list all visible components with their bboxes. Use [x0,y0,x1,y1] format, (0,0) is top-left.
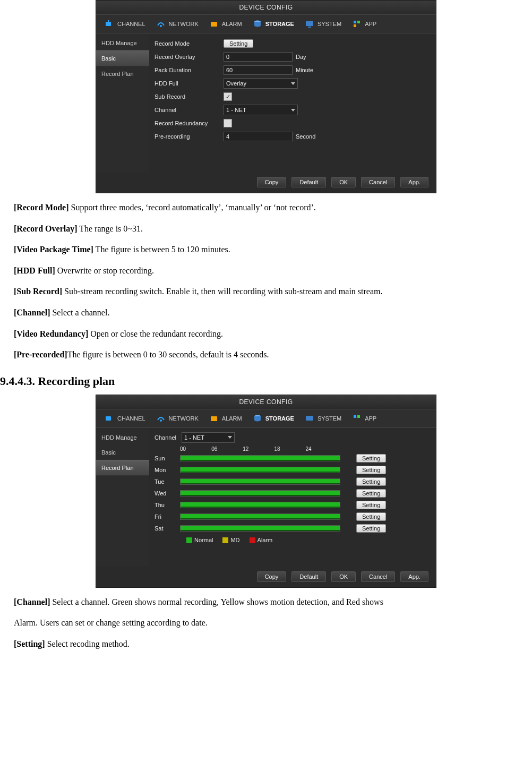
default-button[interactable]: Default [291,177,326,187]
top-tabs: CHANNEL NETWORK ALARM STORAGE SYSTEM [96,409,436,428]
pre-recording-input[interactable] [224,132,293,141]
record-overlay-label: Record Overlay [155,54,224,60]
sidebar-item-record-plan[interactable]: Record Plan [96,66,149,81]
svg-point-6 [254,24,261,27]
tab-storage[interactable]: STORAGE [247,15,299,33]
record-mode-setting-button[interactable]: Setting [224,39,253,48]
tab-network[interactable]: NETWORK [151,409,204,427]
day-row-tue: Tue Setting [155,476,431,487]
alarm-icon [209,414,219,423]
sub-record-checkbox[interactable] [224,92,232,101]
plan-channel-label: Channel [155,434,176,441]
tab-app[interactable]: APP [347,409,382,427]
day-setting-button[interactable]: Setting [356,466,386,474]
pre-recording-label: Pre-recording [155,133,224,140]
day-row-fri: Fri Setting [155,511,431,522]
record-overlay-input[interactable] [224,52,293,62]
day-setting-button[interactable]: Setting [356,524,386,533]
chevron-down-icon [291,82,295,85]
record-redundancy-label: Record Redundancy [155,120,224,126]
svg-point-17 [254,418,261,421]
day-bar[interactable] [180,490,340,496]
channel-select[interactable]: 1 - NET [224,105,298,115]
day-setting-button[interactable]: Setting [356,477,386,486]
legend-swatch-normal [186,537,192,543]
day-bar[interactable] [180,513,340,520]
copy-button[interactable]: Copy [257,177,287,187]
tab-system[interactable]: SYSTEM [299,409,347,427]
svg-rect-20 [357,415,360,418]
ok-button[interactable]: OK [331,571,356,582]
tab-alarm[interactable]: ALARM [204,15,247,33]
app-button[interactable]: App. [400,177,428,187]
tab-system[interactable]: SYSTEM [299,15,347,33]
tab-label: NETWORK [169,415,199,422]
day-row-mon: Mon Setting [155,465,431,475]
section-heading: 9.4.4.3. Recording plan [0,374,532,388]
day-setting-button[interactable]: Setting [356,512,386,521]
day-setting-button[interactable]: Setting [356,489,386,498]
system-icon [305,414,314,423]
doc-paragraph: [Pre-recorded]The figure is between 0 to… [14,348,518,362]
day-setting-button[interactable]: Setting [356,501,386,509]
tab-channel[interactable]: CHANNEL [99,409,151,427]
hdd-full-select[interactable]: Overlay [224,78,298,89]
storage-icon [253,19,262,29]
sidebar-item-basic[interactable]: Basic [96,445,149,460]
pack-duration-input[interactable] [224,65,293,75]
day-row-thu: Thu Setting [155,500,431,510]
pack-duration-label: Pack Duration [155,67,224,73]
copy-button[interactable]: Copy [257,571,287,582]
tab-label: ALARM [222,21,242,27]
sidebar-item-record-plan[interactable]: Record Plan [96,460,149,476]
alarm-icon [209,19,219,29]
sidebar-item-basic[interactable]: Basic [96,50,149,66]
tab-channel[interactable]: CHANNEL [99,15,151,33]
svg-rect-9 [354,21,356,23]
ok-button[interactable]: OK [331,177,356,187]
legend-swatch-md [222,537,228,543]
day-setting-button[interactable]: Setting [356,454,386,463]
channel-icon [105,414,114,423]
tab-label: CHANNEL [117,21,145,27]
tab-label: NETWORK [169,21,199,27]
hdd-full-value: Overlay [226,80,246,87]
svg-rect-8 [308,27,311,28]
day-bar[interactable] [180,455,340,461]
top-tabs: CHANNEL NETWORK ALARM STORAGE SYSTEM [96,15,436,33]
cancel-button[interactable]: Cancel [361,571,395,582]
day-bar[interactable] [180,467,340,473]
app-button[interactable]: App. [400,571,428,582]
legend: Normal MD Alarm [186,537,431,544]
day-bar[interactable] [180,478,340,485]
sidebar: HDD Manage Basic Record Plan [96,428,149,566]
svg-rect-7 [306,21,313,26]
doc-paragraph: [Channel] Select a channel. Green shows … [14,595,518,609]
tab-label: STORAGE [265,415,294,422]
app-icon [352,19,362,29]
tab-label: APP [365,415,376,422]
svg-rect-14 [211,416,217,421]
record-redundancy-checkbox[interactable] [224,119,232,127]
record-overlay-unit: Day [296,54,306,60]
default-button[interactable]: Default [291,571,326,582]
pack-duration-unit: Minute [296,67,313,73]
doc-paragraph: Alarm. Users can set or change setting a… [14,616,518,630]
tab-storage[interactable]: STORAGE [247,409,299,427]
svg-rect-10 [357,21,360,23]
tab-network[interactable]: NETWORK [151,15,204,33]
day-row-sun: Sun Setting [155,453,431,464]
sidebar-item-hdd-manage[interactable]: HDD Manage [96,430,149,445]
day-bar[interactable] [180,502,340,508]
svg-rect-11 [354,24,356,27]
sidebar: HDD Manage Basic Record Plan [96,33,149,172]
sidebar-item-hdd-manage[interactable]: HDD Manage [96,36,149,50]
plan-channel-select[interactable]: 1 - NET [182,432,235,443]
day-bar[interactable] [180,525,340,532]
time-axis: 00 06 12 18 24 [180,446,431,452]
cancel-button[interactable]: Cancel [361,177,395,187]
doc-paragraph: [Setting] Select recoding method. [14,637,518,651]
tab-app[interactable]: APP [347,15,382,33]
network-icon [156,414,166,423]
tab-alarm[interactable]: ALARM [204,409,247,427]
